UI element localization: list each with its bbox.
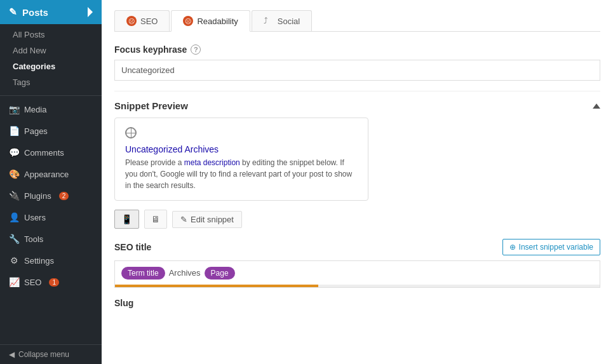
snippet-preview-header: Snippet Preview bbox=[114, 91, 600, 118]
sidebar-item-appearance-label: Appearance bbox=[24, 170, 69, 179]
sidebar-item-users[interactable]: 👤 Users bbox=[0, 206, 102, 228]
appearance-icon: 🎨 bbox=[9, 169, 19, 179]
sidebar-item-add-new[interactable]: Add New bbox=[0, 43, 102, 58]
snippet-preview-title: Snippet Preview bbox=[114, 100, 188, 111]
sidebar-item-settings[interactable]: ⚙ Settings bbox=[0, 250, 102, 271]
sidebar-item-seo[interactable]: 📈 SEO 1 bbox=[0, 271, 102, 293]
seo-sad-icon: ☹ bbox=[126, 16, 137, 26]
posts-icon: ✎ bbox=[9, 6, 17, 18]
tools-icon: 🔧 bbox=[9, 234, 19, 244]
plugins-badge: 2 bbox=[59, 192, 69, 200]
sidebar-item-all-posts[interactable]: All Posts bbox=[0, 27, 102, 43]
snippet-description: Please provide a meta description by edi… bbox=[125, 157, 358, 191]
slug-label: Slug bbox=[114, 298, 600, 308]
tab-readability[interactable]: ☹ Readability bbox=[171, 10, 250, 32]
sidebar-header-label: Posts bbox=[22, 7, 48, 18]
sidebar-item-media[interactable]: 📷 Media bbox=[0, 98, 102, 120]
collapse-menu-label: Collapse menu bbox=[18, 350, 69, 359]
tag-term-title[interactable]: Term title bbox=[121, 267, 165, 280]
tab-social-label: Social bbox=[278, 17, 300, 26]
seo-title-row: SEO title ⊕ Insert snippet variable bbox=[114, 239, 600, 255]
seo-title-progress-bar bbox=[114, 285, 600, 288]
sidebar-header[interactable]: ✎ Posts bbox=[0, 0, 102, 24]
plugins-icon: 🔌 bbox=[9, 191, 19, 201]
comments-icon: 💬 bbox=[9, 147, 19, 158]
edit-snippet-label: Edit snippet bbox=[191, 215, 234, 224]
seo-badge: 1 bbox=[49, 278, 59, 286]
tab-readability-label: Readability bbox=[197, 17, 238, 26]
sidebar-item-plugins[interactable]: 🔌 Plugins 2 bbox=[0, 185, 102, 206]
globe-icon bbox=[125, 127, 137, 138]
snippet-url: Uncategorized Archives bbox=[125, 144, 358, 154]
seo-title-label: SEO title bbox=[114, 242, 151, 252]
sidebar-item-tools[interactable]: 🔧 Tools bbox=[0, 228, 102, 250]
readability-sad-icon: ☹ bbox=[183, 16, 193, 26]
snippet-preview-collapse-icon[interactable] bbox=[593, 104, 600, 109]
focus-keyphrase-label: Focus keyphrase ? bbox=[114, 44, 600, 55]
sidebar-item-pages-label: Pages bbox=[24, 126, 48, 136]
focus-keyphrase-input[interactable] bbox=[114, 60, 600, 81]
tag-archives: Archives bbox=[169, 268, 201, 278]
seo-title-tag-row: Term title Archives Page bbox=[114, 260, 600, 285]
tab-social[interactable]: ⤴ Social bbox=[252, 10, 312, 31]
seo-icon: 📈 bbox=[9, 277, 19, 287]
settings-icon: ⚙ bbox=[9, 255, 19, 266]
sidebar-item-media-label: Media bbox=[24, 105, 46, 114]
sidebar-item-plugins-label: Plugins bbox=[24, 191, 51, 201]
insert-variable-label: Insert snippet variable bbox=[519, 243, 593, 252]
edit-snippet-button[interactable]: ✎ Edit snippet bbox=[172, 211, 242, 228]
tag-page[interactable]: Page bbox=[205, 267, 235, 280]
sidebar-divider bbox=[0, 95, 102, 96]
sidebar-item-appearance[interactable]: 🎨 Appearance bbox=[0, 163, 102, 185]
tab-seo-label: SEO bbox=[140, 17, 158, 26]
snippet-card: Uncategorized Archives Please provide a … bbox=[114, 118, 368, 201]
plus-circle-icon: ⊕ bbox=[509, 243, 516, 252]
users-icon: 👤 bbox=[9, 212, 19, 222]
sidebar-item-tools-label: Tools bbox=[24, 234, 43, 244]
sidebar-item-tags[interactable]: Tags bbox=[0, 74, 102, 90]
main-content: ☹ SEO ☹ Readability ⤴ Social Focus keyph… bbox=[102, 0, 613, 364]
media-icon: 📷 bbox=[9, 104, 19, 114]
sidebar-item-seo-label: SEO bbox=[24, 278, 41, 287]
social-share-icon: ⤴ bbox=[264, 16, 274, 26]
edit-controls: 📱 🖥 ✎ Edit snippet bbox=[114, 210, 600, 229]
desktop-view-button[interactable]: 🖥 bbox=[144, 210, 167, 229]
meta-desc-link[interactable]: meta description bbox=[184, 158, 240, 167]
insert-variable-button[interactable]: ⊕ Insert snippet variable bbox=[502, 239, 600, 255]
mobile-view-button[interactable]: 📱 bbox=[114, 210, 139, 229]
tab-seo[interactable]: ☹ SEO bbox=[114, 10, 170, 31]
sidebar-item-pages[interactable]: 📄 Pages bbox=[0, 120, 102, 142]
tabs-row: ☹ SEO ☹ Readability ⤴ Social bbox=[114, 10, 600, 32]
sidebar-item-comments[interactable]: 💬 Comments bbox=[0, 142, 102, 163]
sidebar-item-settings-label: Settings bbox=[24, 256, 54, 266]
sidebar-submenu: All Posts Add New Categories Tags bbox=[0, 24, 102, 93]
pages-icon: 📄 bbox=[9, 126, 19, 136]
sidebar-item-users-label: Users bbox=[24, 213, 46, 222]
sidebar-item-categories[interactable]: Categories bbox=[0, 58, 102, 74]
focus-keyphrase-help-icon[interactable]: ? bbox=[191, 44, 201, 55]
seo-title-progress-fill bbox=[115, 285, 318, 287]
collapse-icon: ◀ bbox=[9, 350, 15, 359]
sidebar: ✎ Posts All Posts Add New Categories Tag… bbox=[0, 0, 102, 364]
sidebar-arrow-icon bbox=[88, 7, 93, 17]
collapse-menu[interactable]: ◀ Collapse menu bbox=[0, 344, 102, 364]
pencil-icon: ✎ bbox=[180, 215, 187, 224]
sidebar-item-comments-label: Comments bbox=[24, 148, 64, 158]
